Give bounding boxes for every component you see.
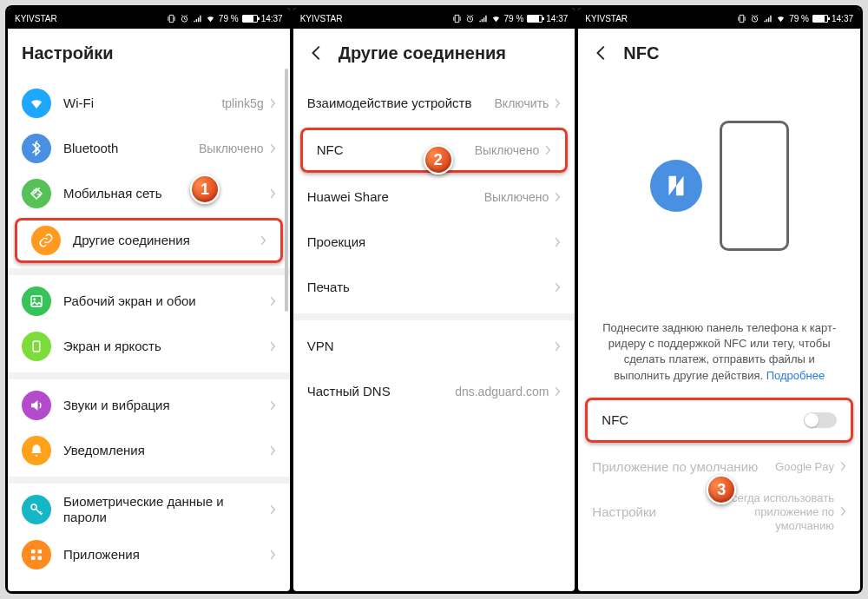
- back-button[interactable]: [307, 43, 326, 63]
- svg-rect-1: [31, 296, 42, 306]
- scrollbar[interactable]: [285, 69, 288, 312]
- nfc-description: Поднесите заднюю панель телефона к карт-…: [578, 320, 860, 384]
- nfc-toggle[interactable]: [804, 412, 837, 428]
- header: Другие соединения: [293, 29, 575, 77]
- nfc-illustration: [578, 77, 860, 320]
- settings-row-bright[interactable]: Экран и яркость: [8, 324, 290, 369]
- chevron-right-icon: [554, 235, 561, 250]
- title-text: NFC: [623, 43, 659, 63]
- vibrate-icon: [737, 14, 746, 23]
- bell-icon: [22, 436, 51, 465]
- alarm-icon: [180, 14, 189, 23]
- connection-row[interactable]: VPN: [293, 324, 575, 369]
- chevron-right-icon: [554, 190, 561, 205]
- clock: 14:37: [261, 14, 283, 23]
- status-bar: KYIVSTAR 79 % 14:37: [578, 8, 860, 29]
- header: NFC: [578, 29, 860, 77]
- screen-other-connections: KYIVSTAR 79 % 14:37 Другие соединения Вз…: [293, 8, 575, 591]
- key-icon: [22, 495, 51, 524]
- connection-row[interactable]: Частный DNSdns.adguard.com: [293, 369, 575, 414]
- clock: 14:37: [832, 14, 853, 23]
- row-value: Выключено: [484, 190, 549, 204]
- connection-row[interactable]: Печать: [293, 265, 575, 310]
- chevron-right-icon: [269, 398, 276, 413]
- chevron-right-icon: [269, 503, 276, 517]
- chevron-right-icon: [554, 385, 561, 399]
- back-button[interactable]: [592, 43, 611, 63]
- chevron-right-icon: [554, 339, 561, 354]
- apps-icon: [22, 540, 51, 569]
- settings-row-link[interactable]: Другие соединения: [15, 218, 283, 263]
- signal-icon: [763, 14, 773, 23]
- settings-row-apps[interactable]: Приложения: [8, 532, 290, 577]
- chevron-right-icon: [269, 339, 276, 354]
- screen-settings: KYIVSTAR 79 % 14:37 Настройки Wi-Fitplin…: [8, 8, 290, 591]
- settings-row-image[interactable]: Рабочий экран и обои: [8, 279, 290, 324]
- row-label: Bluetooth: [63, 141, 199, 156]
- settings-row-key[interactable]: Биометрические данные и пароли: [8, 487, 290, 532]
- row-label: Звуки и вибрация: [63, 398, 269, 413]
- row-value: Выключено: [475, 143, 540, 157]
- sim-icon: [22, 179, 51, 208]
- row-label: Приложение по умолчанию: [592, 459, 775, 475]
- clock: 14:37: [546, 14, 568, 23]
- chevron-right-icon: [269, 187, 276, 201]
- wifi-icon: [206, 14, 215, 23]
- row-label: Мобильная сеть: [63, 186, 269, 201]
- settings-row-sound[interactable]: Звуки и вибрация: [8, 383, 290, 428]
- title-text: Другие соединения: [339, 43, 506, 63]
- svg-rect-5: [31, 550, 36, 554]
- chevron-right-icon: [269, 444, 276, 458]
- battery-icon: [242, 15, 258, 23]
- chevron-right-icon: [839, 504, 846, 519]
- row-label: Huawei Share: [307, 189, 484, 205]
- svg-point-2: [33, 298, 36, 300]
- row-label: Настройки: [592, 504, 695, 520]
- alarm-icon: [465, 14, 475, 23]
- svg-rect-3: [33, 341, 40, 352]
- row-value: dns.adguard.com: [455, 385, 549, 398]
- battery-icon: [527, 15, 542, 23]
- row-label: Частный DNS: [307, 384, 455, 399]
- wifi-icon: [776, 14, 786, 23]
- wifi-icon: [22, 89, 51, 118]
- settings-row-wifi[interactable]: Wi-Fitplink5g: [8, 81, 290, 126]
- screen-nfc: KYIVSTAR 79 % 14:37 NFC П: [578, 8, 860, 591]
- carrier-label: KYIVSTAR: [300, 14, 343, 23]
- vibrate-icon: [167, 14, 176, 23]
- carrier-label: KYIVSTAR: [585, 14, 628, 23]
- title-text: Настройки: [22, 43, 114, 63]
- bright-icon: [22, 332, 51, 361]
- row-label: Рабочий экран и обои: [63, 293, 269, 309]
- learn-more-link[interactable]: Подробнее: [766, 369, 825, 382]
- settings-row-sim[interactable]: Мобильная сеть: [8, 171, 290, 216]
- connection-row[interactable]: Huawei ShareВыключено: [293, 174, 575, 220]
- page-title: Настройки: [8, 29, 290, 77]
- chevron-right-icon: [269, 96, 276, 111]
- chevron-right-icon: [269, 548, 276, 563]
- battery-percent: 79 %: [504, 14, 524, 23]
- phone-outline-icon: [720, 121, 789, 251]
- signal-icon: [193, 14, 202, 23]
- settings-row-bt[interactable]: BluetoothВыключено: [8, 126, 290, 171]
- battery-percent: 79 %: [789, 14, 809, 23]
- row-value: Выключено: [199, 142, 264, 155]
- chevron-right-icon: [269, 142, 276, 156]
- svg-point-4: [31, 504, 36, 510]
- settings-row-bell[interactable]: Уведомления: [8, 428, 290, 473]
- svg-rect-7: [31, 556, 36, 561]
- screenshots-container: KYIVSTAR 79 % 14:37 Настройки Wi-Fitplin…: [5, 5, 863, 594]
- chevron-right-icon: [554, 96, 561, 111]
- vibrate-icon: [452, 14, 462, 23]
- link-icon: [31, 226, 61, 255]
- connection-row[interactable]: Взаимодействие устройствВключить: [293, 81, 575, 126]
- row-value: Google Pay: [775, 460, 834, 474]
- connection-row[interactable]: Проекция: [293, 220, 575, 265]
- callout-badge-2: 2: [424, 145, 453, 174]
- callout-badge-1: 1: [190, 174, 220, 204]
- row-label: Биометрические данные и пароли: [63, 494, 269, 525]
- alarm-icon: [750, 14, 760, 23]
- battery-icon: [812, 15, 828, 23]
- nfc-toggle-row[interactable]: NFC: [585, 398, 853, 443]
- battery-percent: 79 %: [219, 14, 239, 23]
